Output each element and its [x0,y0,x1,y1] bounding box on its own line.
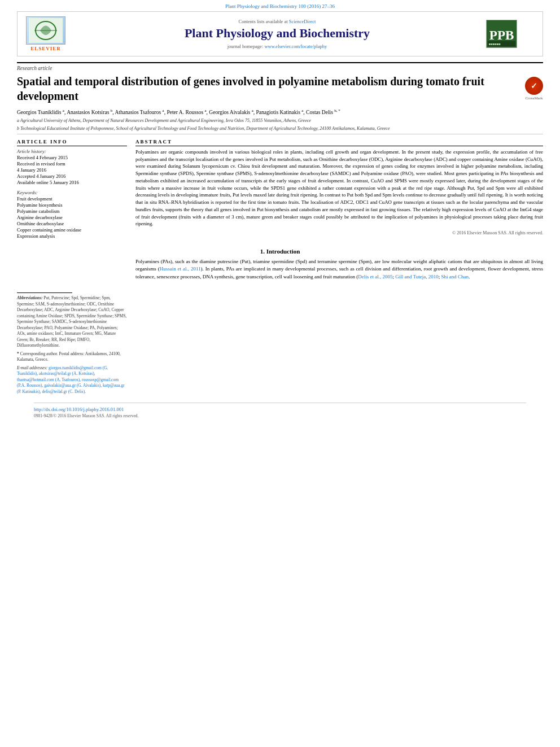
doi-link[interactable]: http://dx.doi.org/10.1016/j.plaphy.2016.… [34,407,124,412]
svg-text:PPB: PPB [489,28,514,42]
elsevier-logo-image [26,16,65,45]
crossmark-badge: ✓ CrossMark [525,77,543,101]
abstract-paragraph: Polyamines are organic compounds involve… [135,148,543,228]
intro-section-header: 1. Introduction [17,248,543,255]
intro-section-num: 1. [260,248,265,255]
bottom-two-col: Abbreviations: Put, Putrescine; Spd, Spe… [17,289,543,397]
journal-header: ELSEVIER Contents lists available at Sci… [17,11,543,56]
journal-homepage-line: journal homepage: www.elsevier.com/locat… [68,43,486,49]
keyword-4: Arginine decarboxylase [17,215,127,220]
abstract-header: ABSTRACT [135,139,543,146]
intro-paragraph-1: Polyamines (PAs), such as the diamine pu… [135,258,543,281]
contents-available-line: Contents lists available at ScienceDirec… [68,19,486,24]
email-label: E-mail addresses: [17,365,47,370]
keyword-1: Fruit development [17,196,127,202]
crossmark-icon: ✓ [525,77,543,95]
homepage-link[interactable]: www.elsevier.com/locate/plaphy [264,43,327,49]
available-date: Available online 5 January 2016 [17,180,127,185]
elsevier-logo-area: ELSEVIER [23,16,68,51]
sciencedirect-link[interactable]: ScienceDirect [289,19,316,24]
authors-text: Georgios Tsaniklidis a, Anastasios Kotsi… [17,110,340,115]
homepage-label: journal homepage: [228,43,264,49]
affiliation-b: b Technological Educational Institute of… [17,125,543,132]
intro-two-col: Polyamines (PAs), such as the diamine pu… [17,258,543,284]
keyword-3: Polyamine catabolism [17,208,127,214]
bottom-right-placeholder [135,289,543,397]
ref-hussain: Hussain et al., 2011 [160,266,201,272]
accepted-date: Accepted 4 January 2016 [17,173,127,179]
footnotes-column: Abbreviations: Put, Putrescine; Spd, Spe… [17,289,127,397]
main-content: Research article ✓ CrossMark Spatial and… [17,62,543,418]
received-revised-label: Received in revised form [17,161,127,167]
journal-header-center: Contents lists available at ScienceDirec… [68,19,486,49]
ref-shi: Shi and Chan, [441,274,470,279]
page: Plant Physiology and Biochemistry 100 (2… [0,0,560,747]
keyword-5: Ornithine decarboxylase [17,221,127,226]
footnote-rule [17,292,72,293]
ref-delis: Delis et al., 2005 [358,274,392,279]
ppb-logo: PPB ■■■■■■ [486,20,517,48]
copyright-line: © 2016 Elsevier Masson SAS. All rights r… [135,230,543,235]
article-title-area: ✓ CrossMark Spatial and temporal distrib… [17,74,543,103]
revised-date: 4 January 2016 [17,167,127,173]
article-info-header: ARTICLE INFO [17,139,127,146]
footer-bar: http://dx.doi.org/10.1016/j.plaphy.2016.… [34,403,526,418]
abbrev-label: Abbreviations: [17,295,43,300]
authors-line: Georgios Tsaniklidis a, Anastasios Kotsi… [17,108,543,116]
two-column-layout: ARTICLE INFO Article history: Received 4… [17,139,543,239]
ppb-logo-area: PPB ■■■■■■ [486,20,537,48]
corresponding-section: * Corresponding author. Postal address: … [17,351,127,363]
journal-top-citation: Plant Physiology and Biochemistry 100 (2… [0,0,560,11]
journal-title: Plant Physiology and Biochemistry [68,26,486,41]
history-label: Article history: [17,148,127,154]
keyword-2: Polyamine biosynthesis [17,202,127,208]
issn-line: 0981-9428/© 2016 Elsevier Masson SAS. Al… [34,413,526,418]
crossmark-label: CrossMark [525,96,543,101]
abstract-column: ABSTRACT Polyamines are organic compound… [135,139,543,239]
article-type-label: Research article [17,65,543,71]
mid-rule [17,134,543,134]
article-info-column: ARTICLE INFO Article history: Received 4… [17,139,127,239]
abbrev-text: Put, Putrescine; Spd, Spermidine; Spm, S… [17,295,126,348]
intro-left-placeholder [17,258,127,284]
intro-text-content: Polyamines (PAs), such as the diamine pu… [135,258,543,281]
article-title: Spatial and temporal distribution of gen… [17,74,543,103]
svg-text:■■■■■■: ■■■■■■ [489,42,501,46]
email-section: E-mail addresses: giorgos.tsaniklidis@gm… [17,365,127,395]
affiliation-a: a Agricultural University of Athens, Dep… [17,117,543,124]
elsevier-label: ELSEVIER [30,46,61,51]
contents-text: Contents lists available at [239,19,288,24]
corresp-text: Corresponding author. Postal address: An… [17,351,121,362]
article-history-section: Article history: Received 4 February 201… [17,148,127,185]
keywords-section: Keywords: Fruit development Polyamine bi… [17,190,127,239]
journal-citation-text: Plant Physiology and Biochemistry 100 (2… [225,3,335,9]
received-date: Received 4 February 2015 [17,155,127,160]
abstract-text: Polyamines are organic compounds involve… [135,148,543,228]
introduction-section: 1. Introduction Polyamines (PAs), such a… [17,248,543,284]
intro-right-text: Polyamines (PAs), such as the diamine pu… [135,258,543,284]
intro-section-title: Introduction [266,248,300,255]
keywords-label: Keywords: [17,190,127,195]
top-rule [17,62,543,63]
keyword-6: Copper containing amine oxidase [17,227,127,233]
ref-gill: Gill and Tuteja, 2010 [395,274,439,279]
abbreviations-section: Abbreviations: Put, Putrescine; Spd, Spe… [17,295,127,349]
keyword-7: Expression analysis [17,233,127,239]
